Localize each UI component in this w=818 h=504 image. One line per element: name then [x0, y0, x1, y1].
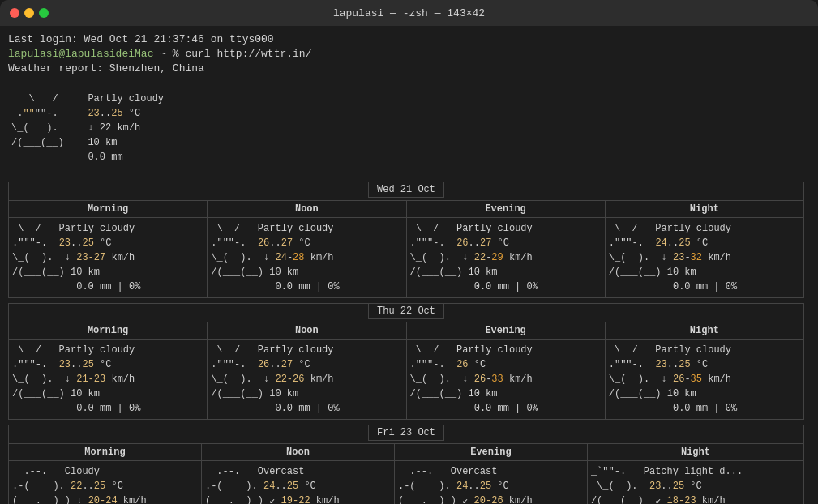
maximize-button[interactable]: [39, 8, 49, 18]
window-title: lapulasi — -zsh — 143×42: [333, 7, 485, 19]
wed-section: Wed 21 Oct Morning Noon Evening Night \ …: [8, 182, 804, 298]
thu-table: Thu 22 Oct Morning Noon Evening Night \ …: [8, 303, 804, 420]
wed-morning-cell: \ / Partly cloudy ."""-. 23..25 °C \_( )…: [9, 217, 208, 297]
minimize-button[interactable]: [24, 8, 34, 18]
period-night-2: Night: [605, 322, 803, 339]
period-evening-2: Evening: [406, 322, 605, 339]
terminal-body[interactable]: Last login: Wed Oct 21 21:37:46 on ttys0…: [0, 26, 818, 504]
login-line: Last login: Wed Oct 21 21:37:46 on ttys0…: [8, 32, 810, 47]
prompt-line-1: lapulasi@lapulasideiMac ~ % curl http://…: [8, 47, 810, 62]
thu-evening-cell: \ / Partly cloudy ."""-. 26 °C \_( ). ↓ …: [406, 339, 605, 419]
titlebar: lapulasi — -zsh — 143×42: [0, 0, 818, 26]
weather-report-line: Weather report: Shenzhen, China: [8, 62, 810, 76]
period-evening-3: Evening: [394, 443, 587, 460]
period-morning-2: Morning: [9, 322, 208, 339]
current-weather: \ / .""""-. \_( ). /(___(__) Partly clou…: [11, 92, 164, 164]
blank-line-1: [8, 77, 810, 92]
thu-day-label: Thu 22 Oct: [9, 303, 804, 322]
period-morning-3: Morning: [9, 443, 202, 460]
fri-section: Fri 23 Oct Morning Noon Evening Night .-…: [8, 425, 804, 504]
period-night-1: Night: [605, 200, 803, 217]
wed-noon-cell: \ / Partly cloudy ."""-. 26..27 °C \_( )…: [208, 217, 406, 297]
traffic-lights: [10, 8, 49, 18]
period-morning-1: Morning: [9, 200, 208, 217]
blank-line-2: [8, 164, 810, 179]
period-night-3: Night: [587, 443, 803, 460]
close-button[interactable]: [10, 8, 19, 18]
wed-night-cell: \ / Partly cloudy ."""-. 24..25 °C \_( )…: [605, 217, 803, 297]
fri-table: Fri 23 Oct Morning Noon Evening Night .-…: [8, 425, 804, 504]
period-noon-2: Noon: [208, 322, 406, 339]
fri-morning-cell: .--. Cloudy .-( ). 22..25 °C (___.__)_) …: [9, 460, 202, 504]
thu-noon-cell: \ / Partly cloudy ."""-. 26..27 °C \_( )…: [208, 339, 406, 419]
wed-day-label: Wed 21 Oct: [9, 182, 804, 200]
fri-night-cell: _`""-. Patchy light d... \_( ). 23..25 °…: [587, 460, 803, 504]
period-evening-1: Evening: [406, 200, 605, 217]
period-noon-1: Noon: [208, 200, 406, 217]
thu-morning-cell: \ / Partly cloudy ."""-. 23..25 °C \_( )…: [9, 339, 208, 419]
fri-noon-cell: .--. Overcast .-( ). 24..25 °C (___.__)_…: [201, 460, 394, 504]
thu-night-cell: \ / Partly cloudy ."""-. 23..25 °C \_( )…: [605, 339, 803, 419]
wed-evening-cell: \ / Partly cloudy ."""-. 26..27 °C \_( )…: [406, 217, 605, 297]
period-noon-3: Noon: [201, 443, 394, 460]
fri-evening-cell: .--. Overcast .-( ). 24..25 °C (___.__)_…: [394, 460, 587, 504]
thu-section: Thu 22 Oct Morning Noon Evening Night \ …: [8, 303, 804, 420]
fri-day-label: Fri 23 Oct: [9, 425, 804, 443]
terminal-window: lapulasi — -zsh — 143×42 Last login: Wed…: [0, 0, 818, 504]
wed-table: Wed 21 Oct Morning Noon Evening Night \ …: [8, 182, 804, 298]
